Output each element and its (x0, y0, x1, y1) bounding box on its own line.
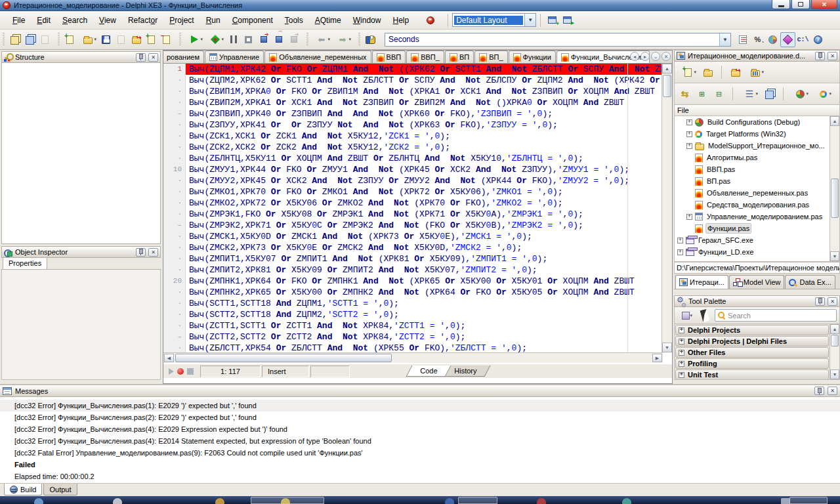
run-to-cursor-icon[interactable] (286, 32, 301, 47)
message-row-5[interactable]: [dcc32 Fatal Error] Управление_моделиров… (0, 447, 840, 459)
message-row-4[interactable]: [dcc32 Error] Функции_Вычисления.pas(4):… (0, 435, 840, 447)
expand-icon[interactable]: + (679, 361, 684, 367)
navigate-back-icon[interactable]: ⬅ (311, 32, 332, 47)
tab-scroll-right-icon[interactable]: ▸ (640, 52, 650, 61)
tp-scrollbar[interactable]: ▲ ▼ (830, 324, 839, 379)
pm-view-selector-icon[interactable] (745, 65, 766, 80)
menu-search[interactable]: Search (56, 13, 93, 28)
pm-expand-all-icon[interactable]: ⊞ (694, 87, 709, 102)
code-line-25[interactable]: –Выч(ZCTT2,SCTT2 Or ZCTT2 And Not ХРК84,… (163, 331, 672, 343)
pm-platform-icon[interactable] (812, 87, 833, 102)
tree-item-Target Platforms (Win32)[interactable]: +Target Platforms (Win32) (675, 128, 839, 140)
code-line-16[interactable]: ·Выч(ZМСК1,Х5КУ0D Or ZМСК1 And Not (ХРК7… (163, 231, 672, 242)
tree-scrollbar[interactable]: ▲ ▼ (830, 116, 839, 261)
close-button[interactable]: ✕ (811, 0, 837, 9)
pm-add-unit-icon[interactable] (700, 65, 715, 80)
hscroll-right-icon[interactable]: ▶ (652, 354, 662, 362)
editor-tab-ВП[interactable]: ВП (445, 51, 474, 63)
vscroll-thumb[interactable] (663, 75, 671, 97)
code-line-18[interactable]: ·Выч(ZМПИТ1,Х5КУ07 Or ZМПИТ1 And Not (ХР… (163, 253, 672, 264)
tp-scroll-thumb[interactable] (831, 335, 839, 346)
tree-item-Средства_моделирования.pas[interactable]: Средства_моделирования.pas (675, 199, 839, 211)
close-file-icon[interactable] (129, 32, 144, 47)
pm-config-icon[interactable] (789, 87, 810, 102)
step-over-icon[interactable] (271, 32, 286, 47)
expand-icon[interactable]: + (679, 327, 684, 333)
navigate-forward-icon[interactable]: ➡ (332, 32, 353, 47)
expand-icon[interactable]: + (679, 350, 684, 356)
code-line-13[interactable]: ·Выч(ZМКО2,ХРК72 Or Х5КУ06 Or ZМКО2 And … (163, 198, 672, 209)
editor-view-tab-code[interactable]: Code (406, 366, 451, 377)
tool-palette-close-icon[interactable]: ✕ (828, 297, 837, 306)
save-desktop-icon[interactable] (545, 12, 560, 28)
delphi-help-ball-icon[interactable] (427, 16, 434, 24)
pm-tab-Итераци...[interactable]: Итераци... (675, 275, 728, 289)
code-line-19[interactable]: ·Выч(ZМПИТ2,ХРК81 Or Х5КУ09 Or ZМПИТ2 An… (163, 264, 672, 276)
run-icon[interactable] (184, 32, 205, 47)
tree-scroll-thumb[interactable] (831, 178, 839, 218)
code-line-22[interactable]: ·Выч(SCTT1,SCTT18 And ZЦПМ1,'SCTT1 = ',0… (163, 298, 672, 309)
tp-categories-icon[interactable] (677, 308, 694, 323)
tree-item-ВП.pas[interactable]: ВП.pas (675, 175, 839, 187)
tp-category-Delphi Projects | Delphi Files[interactable]: +Delphi Projects | Delphi Files (675, 336, 829, 346)
menu-component[interactable]: Component (226, 13, 279, 28)
tree-item-ModelSupport_Итерационное_мо...[interactable]: +ModelSupport_Итерационное_мо... (675, 140, 839, 152)
code-line-3[interactable]: ·Выч(ZВИП1М,ХРКА0 Or FKO Or ZВИП1М And N… (163, 86, 672, 97)
message-row-1[interactable]: [dcc32 Error] Функции_Вычисления.pas(1):… (0, 400, 840, 411)
tree-item-Объявление_переменных.pas[interactable]: Объявление_переменных.pas (675, 187, 839, 199)
menu-help[interactable]: Help (387, 13, 415, 28)
help-insight-icon[interactable]: ? (810, 32, 826, 47)
structure-content[interactable] (1, 63, 161, 244)
code-line-8[interactable]: ·Выч(ZСК2,ХСК2 Or ZСК2 And Not Х5КУ12,'Z… (163, 142, 672, 153)
code-line-17[interactable]: ·Выч(ZМСК2,ХРК73 Or Х5КУ0Е Or ZМСК2 And … (163, 242, 672, 253)
desktop-layout-combo[interactable]: Default Layout ▼ (452, 13, 536, 27)
code-line-24[interactable]: ·Выч(ZCTT1,SCTT1 Or ZCTT1 And Not ХРК84,… (163, 320, 672, 331)
drive-c-icon[interactable]: c:\ (795, 32, 810, 47)
code-line-7[interactable]: ·Выч(ZСК1,ХСК1 Or ZСК1 And Not Х5КУ12,'Z… (163, 131, 672, 142)
tree-item-Алгоритмы.pas[interactable]: Алгоритмы.pas (675, 152, 839, 163)
messages-tab-output[interactable]: Output (43, 484, 77, 495)
tp-scroll-down-icon[interactable]: ▼ (830, 369, 839, 379)
paste-icon[interactable] (37, 32, 52, 47)
tree-item-Функции.pas[interactable]: Функции.pas (675, 222, 839, 234)
editor-tab-ВВП[interactable]: ВВП (372, 51, 406, 63)
pm-sync-icon[interactable]: ⇆ (677, 87, 692, 102)
expand-icon[interactable]: + (677, 238, 683, 243)
editor-hscrollbar[interactable]: ◀ ▶ (163, 352, 663, 363)
save-file-icon[interactable] (98, 32, 114, 47)
code-line-9[interactable]: ·Выч(ZБЛНТЦ,Х5КУ11 Or ХОЦПМ And ZВШТ Or … (163, 153, 672, 164)
editor-vscrollbar[interactable]: ▲ ▼ (662, 64, 672, 352)
open-file-icon[interactable] (77, 32, 98, 47)
menu-tools[interactable]: Tools (279, 13, 309, 28)
editor-tab-Объявление_переменных[interactable]: Объявление_переменных (264, 51, 371, 63)
tree-scroll-up-icon[interactable]: ▲ (830, 116, 839, 126)
tree-scroll-down-icon[interactable]: ▼ (830, 251, 839, 261)
tree-item-Геракл_SFC.exe[interactable]: +Геракл_SFC.exe (675, 234, 839, 246)
profiler-clock-icon[interactable]: % (750, 32, 765, 47)
layout-combo-arrow[interactable]: ▼ (524, 14, 536, 26)
pm-tab-Model View[interactable]: Model View (729, 275, 785, 289)
message-row-2[interactable]: [dcc32 Error] Функции_Вычисления.pas(2):… (0, 411, 840, 423)
expand-icon[interactable]: + (686, 214, 692, 220)
target-combo-arrow[interactable]: ▼ (719, 33, 730, 46)
save-all-icon[interactable] (114, 32, 129, 47)
menu-project[interactable]: Project (163, 13, 200, 28)
tab-close-icon[interactable]: ✕ (662, 52, 671, 61)
tp-category-Profiling[interactable]: +Profiling (675, 358, 829, 369)
expand-icon[interactable]: + (686, 143, 692, 149)
tp-category-Delphi Projects[interactable]: +Delphi Projects (675, 325, 829, 335)
program-reset-icon[interactable] (241, 32, 256, 47)
editor-tab-ВП_[interactable]: ВП_ (474, 51, 507, 63)
hscroll-thumb[interactable] (175, 354, 392, 362)
vscroll-down-icon[interactable]: ▼ (662, 343, 672, 352)
tp-cursor-icon[interactable] (697, 308, 712, 323)
code-line-23[interactable]: ·Выч(SCTT2,SCTT18 And ZЦПМ2,'SCTT2 = ',0… (163, 309, 672, 320)
remove-from-project-icon[interactable] (159, 32, 174, 47)
new-file-icon[interactable] (62, 32, 77, 47)
set-debug-desktop-icon[interactable] (560, 12, 575, 28)
menu-edit[interactable]: Edit (31, 13, 56, 28)
expand-icon[interactable]: + (679, 372, 684, 378)
pie-report-icon[interactable] (765, 32, 780, 47)
object-inspector-close-icon[interactable]: ✕ (148, 248, 158, 257)
code-line-12[interactable]: ·Выч(ZМКО1,ХРК70 Or FKO Or ZМКО1 And Not… (163, 186, 672, 198)
